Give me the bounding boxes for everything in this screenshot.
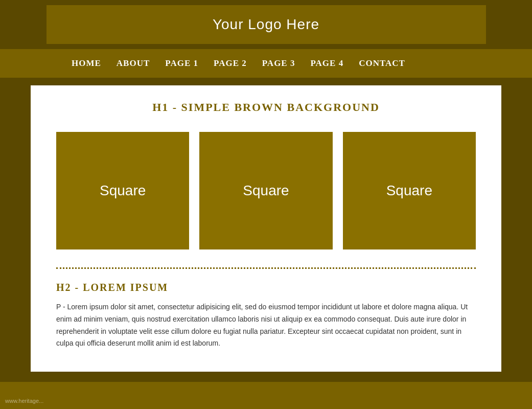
body-paragraph: P - Lorem ipsum dolor sit amet, consecte… <box>56 301 476 350</box>
nav-item-page2[interactable]: PAGE 2 <box>214 58 247 69</box>
square-3: Square <box>343 132 476 249</box>
squares-row: SquareSquareSquare <box>56 132 476 249</box>
nav-item-home[interactable]: HOME <box>72 58 101 69</box>
square-label-3: Square <box>386 183 432 199</box>
main-content-wrapper: H1 - Simple Brown Background SquareSquar… <box>0 78 532 382</box>
square-1: Square <box>56 132 189 249</box>
watermark: www.heritage... <box>5 398 43 404</box>
logo-text: Your Logo Here <box>213 16 319 32</box>
logo-box: Your Logo Here <box>47 5 486 44</box>
square-label-2: Square <box>243 183 289 199</box>
header: Your Logo Here <box>0 0 532 49</box>
square-label-1: Square <box>100 183 146 199</box>
nav-item-about[interactable]: ABOUT <box>117 58 150 69</box>
navigation: HOMEABOUTPAGE 1PAGE 2PAGE 3PAGE 4CONTACT <box>0 49 532 78</box>
nav-item-contact[interactable]: CONTACT <box>359 58 405 69</box>
nav-item-page3[interactable]: PAGE 3 <box>262 58 295 69</box>
square-2: Square <box>199 132 332 249</box>
nav-item-page4[interactable]: PAGE 4 <box>310 58 343 69</box>
page-heading: H1 - Simple Brown Background <box>56 101 476 114</box>
content-box: H1 - Simple Brown Background SquareSquar… <box>31 85 501 372</box>
h2-heading: H2 - Lorem Ipsum <box>56 282 476 293</box>
section-divider <box>56 267 476 269</box>
nav-item-page1[interactable]: PAGE 1 <box>165 58 198 69</box>
